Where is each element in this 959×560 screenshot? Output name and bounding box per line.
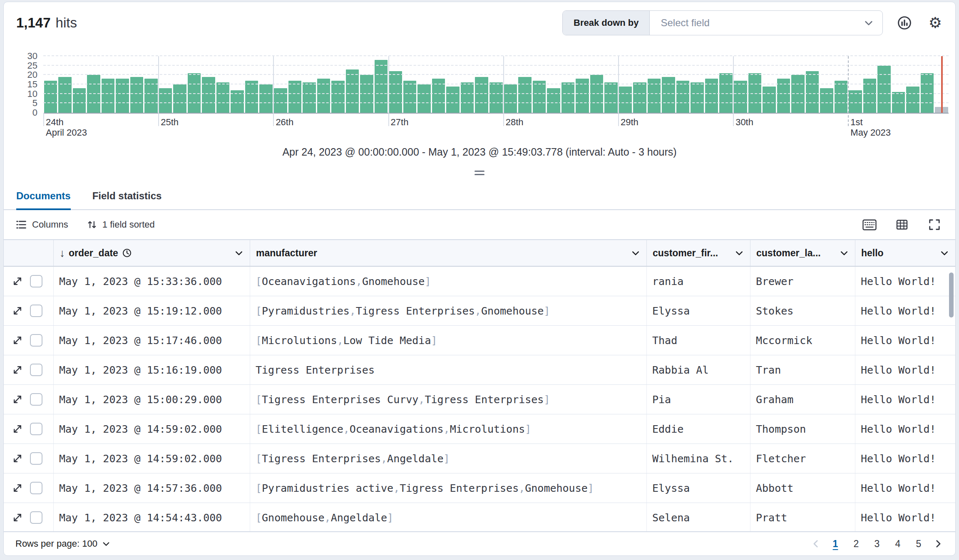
chart-options-button[interactable]	[895, 14, 914, 32]
column-menu-chevron-icon[interactable]	[734, 248, 744, 258]
histogram-bar[interactable]	[245, 81, 258, 113]
histogram-bar[interactable]	[475, 77, 488, 113]
resize-handle[interactable]	[4, 164, 955, 181]
histogram-bar[interactable]	[58, 77, 72, 113]
expand-document-icon[interactable]	[12, 305, 23, 316]
histogram-bar[interactable]	[518, 77, 532, 113]
histogram-bar[interactable]	[820, 88, 833, 113]
cell-customer-last: Stokes	[750, 296, 855, 325]
column-menu-chevron-icon[interactable]	[939, 248, 949, 258]
page-button-1[interactable]: 1	[827, 535, 844, 552]
expand-document-icon[interactable]	[12, 483, 23, 493]
histogram-bar[interactable]	[173, 84, 186, 113]
keyboard-shortcuts-button[interactable]	[860, 216, 879, 234]
row-controls	[4, 296, 54, 325]
display-options-button[interactable]	[893, 216, 911, 234]
tab-documents[interactable]: Documents	[16, 190, 71, 209]
page-button-2[interactable]: 2	[848, 535, 865, 552]
histogram-bar[interactable]	[489, 82, 503, 113]
histogram-bar[interactable]	[806, 71, 819, 113]
histogram-bar[interactable]	[216, 82, 230, 113]
histogram-bar[interactable]	[547, 88, 560, 113]
column-header-customer-last[interactable]: customer_la...	[750, 240, 855, 266]
row-checkbox[interactable]	[30, 275, 42, 287]
histogram-bar[interactable]	[44, 81, 57, 113]
row-checkbox[interactable]	[30, 305, 42, 317]
histogram-bar[interactable]	[906, 87, 919, 113]
column-header-order-date[interactable]: ↓ order_date	[54, 240, 250, 266]
histogram-bar[interactable]	[331, 81, 345, 113]
histogram-bar[interactable]	[446, 87, 460, 113]
histogram-bar[interactable]	[734, 81, 747, 113]
rows-per-page-button[interactable]: Rows per page: 100	[15, 538, 111, 549]
row-checkbox[interactable]	[30, 334, 42, 347]
settings-button[interactable]: ⚙	[926, 14, 944, 32]
array-punctuation: [	[256, 335, 262, 347]
histogram-bar[interactable]	[461, 82, 474, 113]
histogram-bar[interactable]	[159, 88, 172, 113]
histogram-bar[interactable]	[662, 77, 675, 113]
row-controls	[4, 414, 54, 444]
tab-field-statistics[interactable]: Field statistics	[92, 190, 162, 209]
expand-document-icon[interactable]	[12, 335, 23, 346]
histogram-bar[interactable]	[791, 75, 805, 113]
row-checkbox[interactable]	[30, 393, 42, 406]
histogram-bar[interactable]	[259, 84, 273, 113]
next-page-button[interactable]	[933, 538, 944, 549]
histogram-bar[interactable]	[303, 82, 316, 113]
histogram-bar[interactable]	[561, 82, 575, 113]
histogram-bar[interactable]	[130, 77, 144, 113]
histogram-bar[interactable]	[288, 81, 302, 113]
cell-hello: Hello World!	[855, 473, 955, 503]
column-menu-chevron-icon[interactable]	[839, 248, 849, 258]
histogram-bar[interactable]	[389, 71, 402, 113]
histogram-bar[interactable]	[835, 81, 848, 113]
histogram-bar[interactable]	[202, 77, 215, 113]
expand-document-icon[interactable]	[12, 453, 23, 464]
page-button-4[interactable]: 4	[889, 535, 906, 552]
row-checkbox[interactable]	[30, 452, 42, 465]
histogram-bar[interactable]	[676, 81, 690, 113]
expand-document-icon[interactable]	[12, 394, 23, 405]
histogram-bar[interactable]	[763, 87, 776, 113]
row-checkbox[interactable]	[30, 511, 42, 524]
column-header-hello[interactable]: hello	[855, 240, 955, 266]
expand-document-icon[interactable]	[12, 276, 23, 287]
histogram-bar[interactable]	[619, 87, 632, 113]
page-button-3[interactable]: 3	[869, 535, 885, 552]
previous-page-button[interactable]	[810, 538, 821, 549]
histogram-bar[interactable]	[73, 88, 86, 113]
row-checkbox[interactable]	[30, 364, 42, 376]
histogram-bar[interactable]	[375, 60, 388, 113]
breakdown-field-select[interactable]: Select field	[650, 11, 882, 35]
histogram-bar[interactable]	[877, 66, 891, 113]
histogram-bar[interactable]	[604, 82, 618, 113]
expand-document-icon[interactable]	[12, 424, 23, 434]
histogram-bar[interactable]	[403, 81, 417, 113]
y-axis-label: 5	[32, 98, 37, 109]
column-menu-chevron-icon[interactable]	[234, 248, 244, 258]
row-checkbox[interactable]	[30, 482, 42, 494]
columns-button[interactable]: Columns	[15, 219, 68, 230]
histogram-bar[interactable]	[274, 88, 287, 113]
histogram-bar[interactable]	[87, 75, 100, 113]
expand-document-icon[interactable]	[12, 512, 23, 523]
histogram-bar[interactable]	[346, 69, 359, 113]
column-header-manufacturer[interactable]: manufacturer	[250, 240, 647, 266]
column-header-customer-first[interactable]: customer_fir...	[647, 240, 750, 266]
histogram-bar[interactable]	[417, 84, 431, 113]
vertical-scrollbar[interactable]	[949, 273, 954, 317]
expand-document-icon[interactable]	[12, 364, 23, 375]
histogram-bar[interactable]	[360, 75, 373, 113]
histogram-bar[interactable]	[691, 82, 704, 113]
row-checkbox[interactable]	[30, 423, 42, 435]
histogram-bar[interactable]	[633, 82, 646, 113]
sort-fields-button[interactable]: 1 field sorted	[87, 219, 155, 230]
page-button-5[interactable]: 5	[910, 535, 927, 552]
fullscreen-button[interactable]	[925, 216, 944, 234]
histogram-bar[interactable]	[533, 81, 546, 113]
column-menu-chevron-icon[interactable]	[631, 248, 641, 258]
histogram-bar[interactable]	[590, 75, 604, 113]
histogram-bar[interactable]	[504, 84, 517, 113]
sorted-fields-label: 1 field sorted	[102, 219, 155, 230]
